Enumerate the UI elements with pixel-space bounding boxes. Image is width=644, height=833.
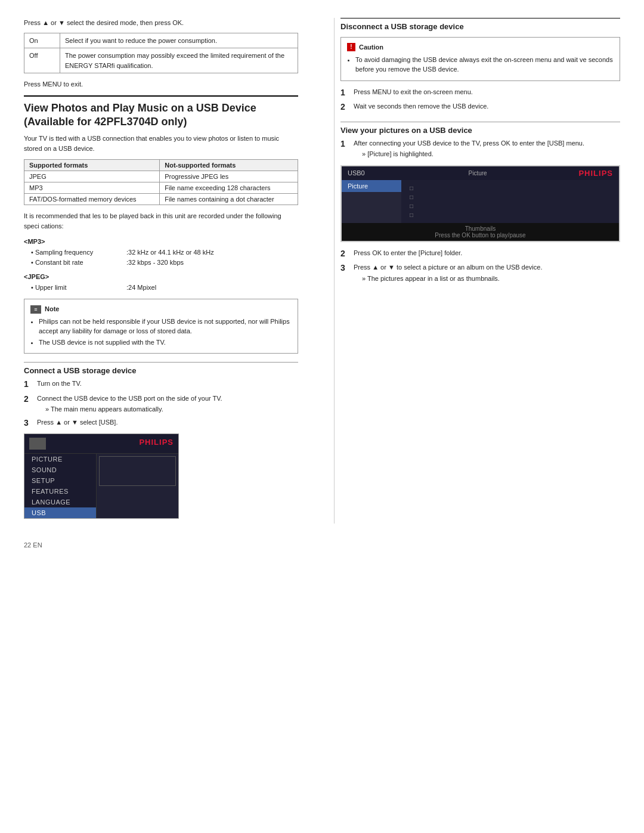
spec-note: It is recommended that les to be played … (24, 211, 298, 231)
note-list: Philips can not be held responsible if y… (39, 317, 292, 348)
format-fat: FAT/DOS-formatted memory devices (24, 194, 160, 205)
step-text: Press ▲ or ▼ to select a picture or an a… (354, 264, 542, 271)
list-item: To avoid damaging the USB device always … (355, 55, 614, 75)
tv-icon (29, 438, 46, 450)
tv-menu-area: Picture (342, 180, 619, 223)
step-number: 3 (340, 262, 351, 274)
menu-with-submenu: PICTURE SOUND SETUP FEATURES LANGUAGE US… (24, 454, 178, 518)
format-jpeg: JPEG (24, 171, 160, 182)
table-row: JPEG Progressive JPEG les (24, 171, 298, 182)
connect-section-title: Connect a USB storage device (24, 362, 298, 375)
spec-upperlimit-label: • Upper limit (31, 283, 126, 293)
submenu-col (96, 454, 178, 518)
table-cell-off-desc: The power consumption may possibly excee… (60, 48, 298, 73)
formats-table: Supported formats Not-supported formats … (24, 159, 298, 205)
main-intro: Your TV is tted with a USB connection th… (24, 134, 298, 153)
step-text: Press OK to enter the [Picture] folder. (354, 248, 620, 258)
tv-right-item (407, 184, 613, 193)
table-cell-on: On (24, 33, 60, 48)
spec-row: • Upper limit :24 Mpixel (31, 283, 298, 293)
jpeg-specs: <JPEG> • Upper limit :24 Mpixel (24, 272, 298, 293)
tv-right-item (407, 202, 613, 210)
top-step2: Press ▲ or ▼ select the desired mode, th… (24, 18, 298, 28)
disconnect-section-title: Disconnect a USB storage device (340, 18, 620, 31)
table-row: MP3 File name exceeding 128 characters (24, 182, 298, 194)
list-item: The USB device is not supplied with the … (39, 337, 292, 348)
step3-text: Press MENU to exit. (24, 79, 298, 89)
note-icon: ≡ (30, 305, 41, 314)
step-number: 2 (340, 248, 351, 260)
mp3-specs: <MP3> • Sampling frequency :32 kHz or 44… (24, 237, 298, 268)
format-filename: File name exceeding 128 characters (160, 182, 298, 194)
menu-item-picture: PICTURE (24, 454, 96, 465)
tv-footer: Thumbnails Press the OK button to play/p… (342, 223, 619, 241)
step-number: 2 (340, 101, 351, 113)
submenu-box (99, 456, 176, 486)
right-column: Disconnect a USB storage device ! Cautio… (334, 18, 620, 524)
step-text: Turn on the TV. (37, 379, 298, 389)
menu-item-usb: USB (24, 507, 96, 518)
format-progressive: Progressive JPEG les (160, 171, 298, 182)
spec-bitrate-value: :32 kbps - 320 kbps (126, 258, 298, 268)
step-number: 1 (340, 87, 351, 99)
mp3-label: <MP3> (24, 238, 45, 245)
step-text: Press ▲ or ▼ select [USB]. (37, 417, 298, 428)
connect-step2: 2 Connect the USB device to the USB port… (24, 394, 298, 414)
view-step2: 2 Press OK to enter the [Picture] folder… (340, 248, 620, 260)
table-cell-off: Off (24, 48, 60, 73)
note-header: ≡ Note (30, 304, 292, 314)
page-lang: EN (33, 541, 42, 549)
format-dotchar: File names containing a dot character (160, 194, 298, 205)
step-number: 3 (24, 417, 35, 429)
step-text: Press MENU to exit the on-screen menu. (354, 87, 620, 97)
view-step3: 3 Press ▲ or ▼ to select a picture or an… (340, 262, 620, 283)
tv-screen: USB0 Picture PHILIPS Picture Thumbnails … (340, 165, 620, 242)
caution-list: To avoid damaging the USB device always … (355, 55, 614, 75)
step-number: 1 (24, 379, 35, 391)
caution-icon: ! (347, 43, 355, 51)
step-sub: The pictures appear in a list or as thum… (362, 274, 620, 284)
list-item: Philips can not be held responsible if y… (39, 317, 292, 336)
view-pictures-title: View your pictures on a USB device (340, 122, 620, 135)
step-number: 1 (340, 138, 351, 150)
step-sub: The main menu appears automatically. (45, 404, 298, 414)
spec-row: • Sampling frequency :32 kHz or 44.1 kHz… (31, 247, 298, 258)
step-text: Wait ve seconds then remove the USB devi… (354, 101, 620, 112)
settings-table: On Select if you want to reduce the powe… (24, 33, 298, 74)
main-menu-screen: PHILIPS PICTURE SOUND SETUP FEATURES LAN… (24, 433, 179, 519)
step-text: After connecting your USB device to the … (354, 140, 584, 147)
caution-header: ! Caution (347, 42, 614, 52)
page-footer: 22 EN (24, 541, 620, 549)
spec-upperlimit-value: :24 Mpixel (126, 283, 298, 293)
connect-step3: 3 Press ▲ or ▼ select [USB]. (24, 417, 298, 429)
page-number: 22 (24, 541, 31, 549)
tv-menu-item-picture: Picture (342, 180, 401, 192)
formats-header-notsupported: Not-supported formats (160, 160, 298, 171)
menu-header: PHILIPS (24, 434, 178, 454)
tv-menu-right (401, 180, 619, 223)
table-row: FAT/DOS-formatted memory devices File na… (24, 194, 298, 205)
main-section-title: View Photos and Play Music on a USB Devi… (24, 95, 298, 129)
note-label: Note (45, 304, 59, 314)
menu-item-features: FEATURES (24, 486, 96, 497)
spec-row: • Constant bit rate :32 kbps - 320 kbps (31, 258, 298, 268)
disconnect-step1: 1 Press MENU to exit the on-screen menu. (340, 87, 620, 99)
tv-footer-thumbnails: Thumbnails (348, 225, 613, 232)
tv-source-label: USB0 (348, 169, 365, 176)
tv-footer-ok: Press the OK button to play/pause (348, 232, 613, 239)
caution-label: Caution (359, 42, 383, 52)
table-row: Off The power consumption may possibly e… (24, 48, 298, 73)
note-box: ≡ Note Philips can not be held responsib… (24, 299, 298, 354)
disconnect-step2: 2 Wait ve seconds then remove the USB de… (340, 101, 620, 113)
main-section-subtitle: (Available for 42PFL3704D only) (24, 116, 187, 128)
tv-tab-label: Picture (469, 170, 487, 176)
tv-right-item (407, 210, 613, 219)
tv-right-item (407, 193, 613, 202)
table-row: On Select if you want to reduce the powe… (24, 33, 298, 48)
tv-menu-left: Picture (342, 180, 401, 223)
jpeg-label: <JPEG> (24, 273, 49, 280)
connect-step1: 1 Turn on the TV. (24, 379, 298, 391)
spec-bitrate-label: • Constant bit rate (31, 258, 126, 268)
menu-item-language: LANGUAGE (24, 497, 96, 507)
tv-screen-header: USB0 Picture PHILIPS (342, 166, 619, 180)
